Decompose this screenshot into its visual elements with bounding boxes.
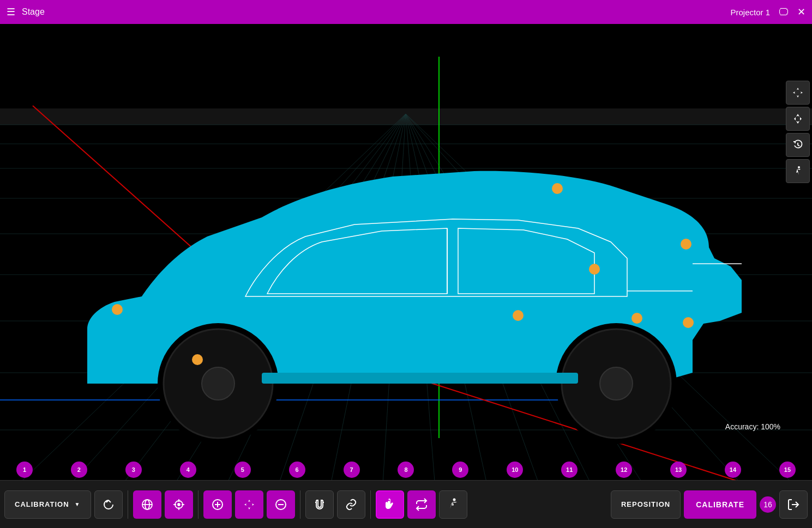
calibration-point-5[interactable]: 5: [234, 462, 251, 478]
svg-point-40: [600, 367, 633, 400]
calibration-point-7[interactable]: 7: [344, 462, 360, 478]
vertical-move-button[interactable]: [786, 107, 810, 131]
svg-point-44: [681, 239, 691, 250]
rotate-tool-button[interactable]: [786, 133, 810, 157]
svg-rect-41: [262, 373, 578, 384]
svg-point-49: [683, 317, 694, 328]
calibration-point-13[interactable]: 13: [670, 462, 687, 478]
crosshair-button[interactable]: [165, 490, 193, 519]
monitor-icon[interactable]: 🖵: [779, 7, 789, 18]
dropdown-arrow-icon: ▼: [75, 501, 81, 507]
globe-button[interactable]: [133, 490, 161, 519]
menu-icon[interactable]: ☰: [7, 6, 15, 18]
separator-1: [128, 490, 128, 519]
calibration-point-8[interactable]: 8: [398, 462, 414, 478]
viewport: Accuracy: 100%: [0, 24, 812, 502]
reset-button[interactable]: [94, 490, 123, 519]
reposition-label: REPOSITION: [621, 500, 670, 508]
svg-point-43: [552, 183, 563, 194]
calibration-points-row: 123456789101112131415: [0, 462, 812, 478]
calibration-point-2[interactable]: 2: [71, 462, 87, 478]
svg-point-50: [798, 166, 800, 168]
separator-2: [198, 490, 199, 519]
svg-point-47: [192, 354, 203, 365]
remove-point-button[interactable]: [267, 490, 295, 519]
calibration-point-12[interactable]: 12: [616, 462, 632, 478]
projector-label: Projector 1: [730, 8, 770, 17]
walk-button[interactable]: [439, 490, 467, 519]
titlebar-left: ☰ Stage: [7, 6, 45, 18]
calibration-point-11[interactable]: 11: [561, 462, 578, 478]
walk-tool-button[interactable]: [786, 159, 810, 183]
right-toolbar: [784, 78, 812, 185]
calibration-point-6[interactable]: 6: [289, 462, 305, 478]
calibration-label: CALIBRATION: [15, 500, 69, 508]
calibration-point-4[interactable]: 4: [180, 462, 196, 478]
flip-button[interactable]: [407, 490, 436, 519]
close-icon[interactable]: ✕: [797, 6, 805, 18]
calibration-point-15[interactable]: 15: [779, 462, 796, 478]
exit-button[interactable]: [779, 490, 808, 519]
bottom-toolbar: CALIBRATION ▼: [0, 480, 812, 528]
svg-point-36: [202, 367, 234, 400]
separator-4: [370, 490, 371, 519]
svg-point-59: [178, 503, 180, 506]
reposition-button[interactable]: REPOSITION: [611, 490, 681, 519]
svg-point-45: [589, 264, 600, 275]
calibration-point-1[interactable]: 1: [16, 462, 33, 478]
calibration-point-10[interactable]: 10: [507, 462, 523, 478]
calibration-dropdown-button[interactable]: CALIBRATION ▼: [4, 490, 91, 519]
move-point-button[interactable]: [235, 490, 263, 519]
touch-button[interactable]: [376, 490, 404, 519]
move-tool-button[interactable]: [786, 81, 810, 105]
link-button[interactable]: [337, 490, 365, 519]
titlebar: ☰ Stage Projector 1 🖵 ✕: [0, 0, 812, 24]
svg-point-46: [513, 310, 524, 321]
titlebar-title: Stage: [22, 7, 45, 17]
point-16-circle[interactable]: 16: [760, 496, 776, 513]
calibration-point-3[interactable]: 3: [125, 462, 142, 478]
add-point-button[interactable]: [203, 490, 232, 519]
point-16-label: 16: [763, 500, 772, 509]
svg-point-42: [112, 304, 123, 315]
magnet-button[interactable]: [305, 490, 334, 519]
calibration-point-14[interactable]: 14: [725, 462, 741, 478]
svg-point-48: [631, 313, 642, 324]
calibrate-button[interactable]: CALIBRATE: [684, 490, 756, 519]
calibration-point-9[interactable]: 9: [452, 462, 468, 478]
titlebar-right: Projector 1 🖵 ✕: [730, 6, 805, 18]
scene-svg: [0, 24, 812, 502]
calibrate-label: CALIBRATE: [696, 500, 744, 509]
svg-point-67: [453, 498, 455, 501]
accuracy-label: Accuracy: 100%: [725, 422, 780, 431]
separator-3: [300, 490, 300, 519]
